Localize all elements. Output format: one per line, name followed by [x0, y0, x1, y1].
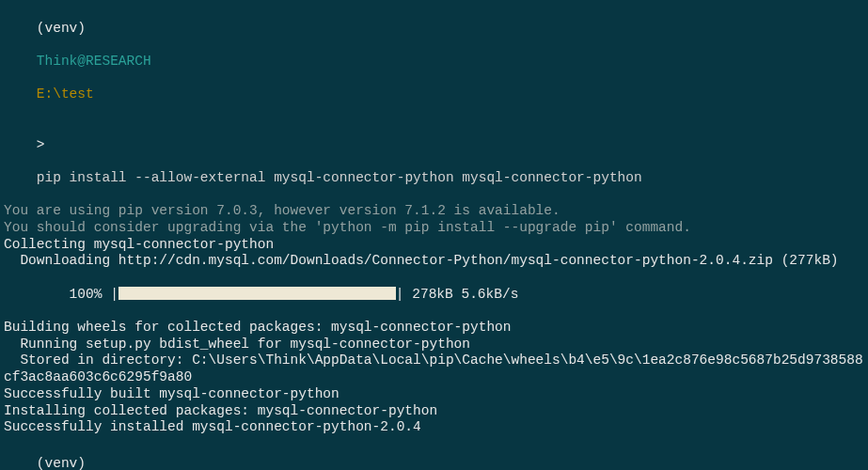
pip-built: Successfully built mysql-connector-pytho…	[4, 386, 864, 403]
pip-warning-1: You are using pip version 7.0.3, however…	[4, 203, 864, 220]
venv-label: (venv)	[37, 456, 86, 470]
pip-installed: Successfully installed mysql-connector-p…	[4, 419, 864, 436]
progress-prefix: 100% |	[37, 287, 118, 302]
pip-collecting: Collecting mysql-connector-python	[4, 237, 864, 254]
venv-label: (venv)	[37, 21, 86, 36]
pip-building: Building wheels for collected packages: …	[4, 320, 864, 337]
pip-installing: Installing collected packages: mysql-con…	[4, 403, 864, 420]
progress-bar-fill	[118, 287, 396, 300]
terminal-output[interactable]: (venv) Think@RESEARCH E:\test > pip inst…	[4, 4, 864, 470]
pip-downloading: Downloading http://cdn.mysql.com/Downloa…	[4, 253, 864, 270]
pip-running: Running setup.py bdist_wheel for mysql-c…	[4, 337, 864, 353]
pip-stored: Stored in directory: C:\Users\Think\AppD…	[4, 352, 864, 385]
cwd-path: E:\test	[37, 86, 94, 102]
command-line-1: > pip install --allow-external mysql-con…	[4, 120, 864, 203]
prompt-symbol: >	[37, 137, 45, 152]
command-text: pip install --allow-external mysql-conne…	[37, 170, 642, 185]
pip-progress: 100% || 278kB 5.6kB/s	[4, 270, 864, 320]
prompt-line-2: (venv) Think@RESEARCH E:\test	[4, 439, 864, 470]
prompt-line-1: (venv) Think@RESEARCH E:\test	[4, 4, 864, 120]
user-host: Think@RESEARCH	[37, 54, 151, 69]
progress-suffix: | 278kB 5.6kB/s	[396, 287, 519, 302]
pip-warning-2: You should consider upgrading via the 'p…	[4, 220, 864, 237]
